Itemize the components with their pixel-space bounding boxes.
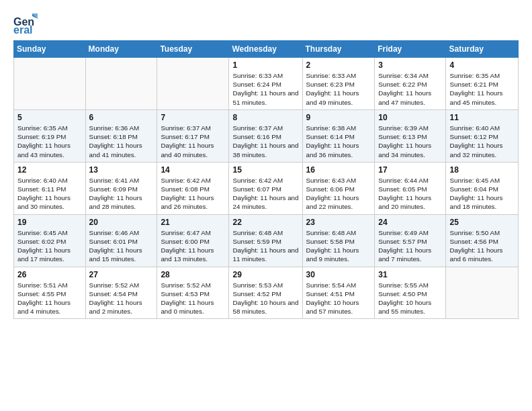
day-info: Sunrise: 5:51 AM Sunset: 4:55 PM Dayligh… <box>17 281 82 316</box>
day-info: Sunrise: 6:33 AM Sunset: 6:24 PM Dayligh… <box>232 71 298 107</box>
day-number: 11 <box>449 113 515 122</box>
logo-icon: Gen eral <box>13 11 38 35</box>
day-info: Sunrise: 6:42 AM Sunset: 6:08 PM Dayligh… <box>161 176 225 212</box>
calendar-cell: 26Sunrise: 5:51 AM Sunset: 4:55 PM Dayli… <box>14 267 86 319</box>
calendar-week-row: 26Sunrise: 5:51 AM Sunset: 4:55 PM Dayli… <box>14 267 519 319</box>
day-number: 21 <box>161 218 225 227</box>
day-info: Sunrise: 6:48 AM Sunset: 5:59 PM Dayligh… <box>232 228 298 264</box>
calendar-cell: 5Sunrise: 6:35 AM Sunset: 6:19 PM Daylig… <box>14 109 86 162</box>
weekday-header-cell: Tuesday <box>157 41 229 58</box>
day-number: 3 <box>378 60 442 70</box>
calendar-cell: 8Sunrise: 6:37 AM Sunset: 6:16 PM Daylig… <box>229 109 302 162</box>
calendar-cell: 30Sunrise: 5:54 AM Sunset: 4:51 PM Dayli… <box>302 267 375 319</box>
calendar-header: SundayMondayTuesdayWednesdayThursdayFrid… <box>14 41 519 58</box>
weekday-header-cell: Wednesday <box>229 41 302 58</box>
calendar-week-row: 19Sunrise: 6:45 AM Sunset: 6:02 PM Dayli… <box>14 214 519 267</box>
weekday-header-cell: Friday <box>375 41 446 58</box>
calendar-cell: 24Sunrise: 6:49 AM Sunset: 5:57 PM Dayli… <box>375 214 446 267</box>
day-info: Sunrise: 6:46 AM Sunset: 6:01 PM Dayligh… <box>89 228 154 264</box>
calendar-cell: 7Sunrise: 6:37 AM Sunset: 6:17 PM Daylig… <box>157 109 229 162</box>
calendar-cell: 21Sunrise: 6:47 AM Sunset: 6:00 PM Dayli… <box>157 214 229 267</box>
calendar-cell: 15Sunrise: 6:42 AM Sunset: 6:07 PM Dayli… <box>229 162 302 214</box>
calendar-cell <box>85 58 157 110</box>
calendar-cell: 23Sunrise: 6:48 AM Sunset: 5:58 PM Dayli… <box>302 214 375 267</box>
calendar-cell: 12Sunrise: 6:40 AM Sunset: 6:11 PM Dayli… <box>14 162 86 214</box>
calendar-cell: 19Sunrise: 6:45 AM Sunset: 6:02 PM Dayli… <box>14 214 86 267</box>
calendar-cell: 20Sunrise: 6:46 AM Sunset: 6:01 PM Dayli… <box>85 214 157 267</box>
day-info: Sunrise: 6:47 AM Sunset: 6:00 PM Dayligh… <box>161 228 225 264</box>
calendar-cell <box>446 267 519 319</box>
weekday-header-cell: Sunday <box>14 41 86 58</box>
calendar-cell: 27Sunrise: 5:52 AM Sunset: 4:54 PM Dayli… <box>85 267 157 319</box>
day-info: Sunrise: 6:37 AM Sunset: 6:17 PM Dayligh… <box>161 124 225 159</box>
day-info: Sunrise: 5:55 AM Sunset: 4:50 PM Dayligh… <box>378 281 442 316</box>
day-info: Sunrise: 6:43 AM Sunset: 6:06 PM Dayligh… <box>306 176 371 212</box>
day-info: Sunrise: 5:52 AM Sunset: 4:53 PM Dayligh… <box>161 281 225 316</box>
weekday-header-cell: Thursday <box>302 41 375 58</box>
calendar: SundayMondayTuesdayWednesdayThursdayFrid… <box>13 40 519 319</box>
day-number: 31 <box>378 270 442 279</box>
calendar-cell: 17Sunrise: 6:44 AM Sunset: 6:05 PM Dayli… <box>375 162 446 214</box>
day-info: Sunrise: 5:50 AM Sunset: 4:56 PM Dayligh… <box>449 228 515 264</box>
calendar-cell: 11Sunrise: 6:40 AM Sunset: 6:12 PM Dayli… <box>446 109 519 162</box>
calendar-cell: 16Sunrise: 6:43 AM Sunset: 6:06 PM Dayli… <box>302 162 375 214</box>
day-info: Sunrise: 6:48 AM Sunset: 5:58 PM Dayligh… <box>306 228 371 264</box>
day-info: Sunrise: 6:49 AM Sunset: 5:57 PM Dayligh… <box>378 228 442 264</box>
day-info: Sunrise: 5:54 AM Sunset: 4:51 PM Dayligh… <box>306 281 371 316</box>
day-number: 7 <box>161 113 225 122</box>
day-number: 24 <box>378 218 442 227</box>
calendar-week-row: 5Sunrise: 6:35 AM Sunset: 6:19 PM Daylig… <box>14 109 519 162</box>
calendar-cell: 3Sunrise: 6:34 AM Sunset: 6:22 PM Daylig… <box>375 58 446 110</box>
day-number: 17 <box>378 165 442 175</box>
day-info: Sunrise: 6:33 AM Sunset: 6:23 PM Dayligh… <box>306 71 371 107</box>
calendar-cell: 25Sunrise: 5:50 AM Sunset: 4:56 PM Dayli… <box>446 214 519 267</box>
calendar-cell: 31Sunrise: 5:55 AM Sunset: 4:50 PM Dayli… <box>375 267 446 319</box>
day-info: Sunrise: 6:42 AM Sunset: 6:07 PM Dayligh… <box>232 176 298 212</box>
day-number: 6 <box>89 113 154 122</box>
day-number: 30 <box>306 270 371 279</box>
day-number: 12 <box>17 165 82 175</box>
day-number: 25 <box>449 218 515 227</box>
weekday-header-cell: Monday <box>85 41 157 58</box>
day-number: 2 <box>306 60 371 70</box>
calendar-cell: 28Sunrise: 5:52 AM Sunset: 4:53 PM Dayli… <box>157 267 229 319</box>
day-number: 9 <box>306 113 371 122</box>
day-number: 4 <box>449 60 515 70</box>
logo: Gen eral <box>13 11 39 35</box>
day-number: 23 <box>306 218 371 227</box>
day-number: 10 <box>378 113 442 122</box>
day-info: Sunrise: 5:53 AM Sunset: 4:52 PM Dayligh… <box>232 281 298 316</box>
calendar-cell: 6Sunrise: 6:36 AM Sunset: 6:18 PM Daylig… <box>85 109 157 162</box>
day-info: Sunrise: 6:40 AM Sunset: 6:12 PM Dayligh… <box>449 124 515 159</box>
day-number: 29 <box>232 270 298 279</box>
day-info: Sunrise: 6:45 AM Sunset: 6:02 PM Dayligh… <box>17 228 82 264</box>
day-info: Sunrise: 6:34 AM Sunset: 6:22 PM Dayligh… <box>378 71 442 107</box>
calendar-week-row: 12Sunrise: 6:40 AM Sunset: 6:11 PM Dayli… <box>14 162 519 214</box>
calendar-cell: 13Sunrise: 6:41 AM Sunset: 6:09 PM Dayli… <box>85 162 157 214</box>
calendar-body: 1Sunrise: 6:33 AM Sunset: 6:24 PM Daylig… <box>14 58 519 319</box>
day-info: Sunrise: 6:35 AM Sunset: 6:19 PM Dayligh… <box>17 124 82 159</box>
day-info: Sunrise: 6:45 AM Sunset: 6:04 PM Dayligh… <box>449 176 515 212</box>
calendar-cell: 29Sunrise: 5:53 AM Sunset: 4:52 PM Dayli… <box>229 267 302 319</box>
day-number: 8 <box>232 113 298 122</box>
day-info: Sunrise: 6:38 AM Sunset: 6:14 PM Dayligh… <box>306 124 371 159</box>
day-info: Sunrise: 6:37 AM Sunset: 6:16 PM Dayligh… <box>232 124 298 159</box>
day-number: 16 <box>306 165 371 175</box>
calendar-cell <box>157 58 229 110</box>
day-number: 27 <box>89 270 154 279</box>
day-number: 13 <box>89 165 154 175</box>
calendar-cell: 14Sunrise: 6:42 AM Sunset: 6:08 PM Dayli… <box>157 162 229 214</box>
day-info: Sunrise: 6:40 AM Sunset: 6:11 PM Dayligh… <box>17 176 82 212</box>
calendar-cell: 1Sunrise: 6:33 AM Sunset: 6:24 PM Daylig… <box>229 58 302 110</box>
day-number: 5 <box>17 113 82 122</box>
svg-text:eral: eral <box>13 24 32 35</box>
day-number: 26 <box>17 270 82 279</box>
day-info: Sunrise: 6:44 AM Sunset: 6:05 PM Dayligh… <box>378 176 442 212</box>
calendar-cell: 9Sunrise: 6:38 AM Sunset: 6:14 PM Daylig… <box>302 109 375 162</box>
weekday-header-cell: Saturday <box>446 41 519 58</box>
calendar-cell: 18Sunrise: 6:45 AM Sunset: 6:04 PM Dayli… <box>446 162 519 214</box>
day-number: 14 <box>161 165 225 175</box>
day-number: 20 <box>89 218 154 227</box>
calendar-cell: 22Sunrise: 6:48 AM Sunset: 5:59 PM Dayli… <box>229 214 302 267</box>
calendar-week-row: 1Sunrise: 6:33 AM Sunset: 6:24 PM Daylig… <box>14 58 519 110</box>
